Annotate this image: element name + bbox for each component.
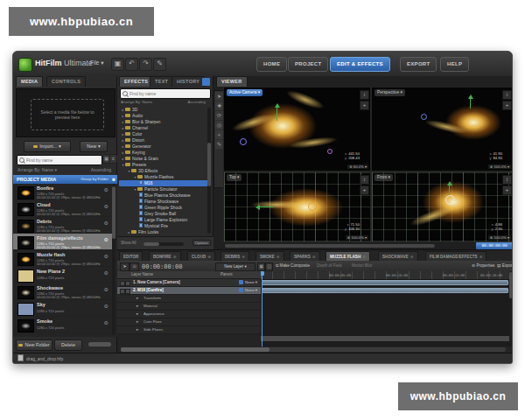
- tool-icon-a[interactable]: ▦: [257, 262, 265, 271]
- effects-tree-item[interactable]: ▸Channel: [119, 125, 210, 131]
- nav-project-button[interactable]: PROJECT: [288, 57, 328, 72]
- y-axis-arrow[interactable]: [470, 98, 471, 108]
- effects-tree-item[interactable]: ▸Distort: [119, 137, 210, 144]
- layer-property-transform[interactable]: ▸Transform: [117, 295, 261, 303]
- timeline-tracks[interactable]: 00:00:05:00 00:00:10:00 00:00:15:00 00:0…: [261, 271, 510, 346]
- save-icon[interactable]: ▣: [111, 58, 124, 71]
- fx-sort-dropdown[interactable]: Ascending: [187, 100, 206, 104]
- effects-options-button[interactable]: Options: [192, 240, 211, 246]
- m16-track-bar[interactable]: [262, 288, 508, 293]
- arrange-by-dropdown[interactable]: Arrange By: Name ▾: [18, 167, 57, 172]
- media-scrollbar[interactable]: [112, 185, 116, 335]
- panel-menu-icon[interactable]: ⊗: [112, 175, 116, 184]
- zoom-level-dropdown[interactable]: ⊕ 100.0% ▾: [346, 235, 368, 240]
- effects-tree-item[interactable]: Large Flame Explosion: [119, 217, 210, 223]
- view-selector-top[interactable]: Top ▾: [227, 174, 242, 181]
- media-hscrollbar[interactable]: [88, 342, 111, 346]
- tab-effects[interactable]: EFFECTS: [119, 76, 153, 87]
- tab-viewer[interactable]: VIEWER: [216, 76, 248, 87]
- record-icon[interactable]: ⊙: [130, 262, 139, 271]
- close-icon[interactable]: ⊗: [242, 255, 245, 259]
- effects-tree-item[interactable]: ▸Film Looks: [119, 229, 210, 234]
- layer-property-appearance[interactable]: ▸Appearance: [117, 311, 261, 318]
- gear-icon[interactable]: ⚙: [104, 220, 108, 226]
- nav-help-button[interactable]: HELP: [440, 57, 469, 72]
- effects-scrollbar[interactable]: [207, 108, 211, 234]
- y-axis-arrow[interactable]: [449, 185, 450, 195]
- close-icon[interactable]: ⊗: [312, 255, 316, 259]
- tool-icon-b[interactable]: ◫: [265, 262, 273, 271]
- layer-property-core-flare[interactable]: ▸Core Flare: [117, 318, 261, 326]
- timeline-ruler[interactable]: 00:00:05:00 00:00:10:00 00:00:15:00 00:0…: [261, 271, 510, 280]
- properties-button[interactable]: ⚙ Properties: [472, 263, 494, 268]
- effects-tree-item[interactable]: ▸3D: [119, 107, 210, 113]
- tab-history[interactable]: HISTORY: [172, 76, 205, 87]
- effects-tree-item[interactable]: ▸Generator: [119, 144, 210, 150]
- undo-icon[interactable]: ↶: [125, 58, 138, 71]
- gear-icon[interactable]: ⚙: [104, 319, 108, 326]
- new-folder-button[interactable]: New Folder: [16, 340, 52, 351]
- new-layer-button[interactable]: New Layer ▾: [215, 262, 256, 271]
- redo-icon[interactable]: ↷: [139, 58, 152, 71]
- effects-tree-item[interactable]: ▸Audio: [119, 113, 210, 119]
- y-axis-arrow[interactable]: [276, 107, 277, 121]
- viewport-perspective[interactable]: Perspective ▾ ↕ + x41.90 y84.90 ⊕ 100.0%…: [371, 87, 513, 172]
- layer-property-side-flares[interactable]: ▸Side Flares: [117, 326, 261, 334]
- layer-row-m16[interactable]: 2. M16 [Gunfire] None ▾: [117, 287, 261, 295]
- media-item-cloud[interactable]: Cloud 1280 x 720 pixels 00:00:10:00 @ 29…: [13, 200, 114, 217]
- view-selector-active-camera[interactable]: Active Camera ▾: [227, 89, 262, 96]
- select-tool-icon[interactable]: ➤: [120, 262, 130, 271]
- project-media-header[interactable]: PROJECT MEDIA Group by Folder ⊗: [13, 175, 117, 184]
- view-selector-front[interactable]: Front ▾: [374, 174, 393, 181]
- effects-tree-item[interactable]: ▾Presets: [119, 162, 210, 168]
- effects-tree-item[interactable]: ▾Particle Simulator: [119, 186, 210, 192]
- camera-track-bar[interactable]: [262, 280, 508, 285]
- gear-icon[interactable]: ⚙: [104, 203, 108, 209]
- gear-icon[interactable]: ⚙: [104, 186, 108, 192]
- close-icon[interactable]: ⊗: [207, 255, 211, 259]
- import-button[interactable]: Import... ▾: [24, 141, 71, 152]
- media-item-sky[interactable]: Sky 1280 x 720 pixels ⚙: [13, 300, 114, 317]
- gear-icon[interactable]: ⚙: [104, 303, 108, 309]
- nav-edit-effects-button[interactable]: EDIT & EFFECTS: [330, 57, 390, 72]
- close-icon[interactable]: ⊗: [480, 255, 483, 259]
- zoom-tool-icon[interactable]: ◎: [215, 121, 223, 130]
- list-view-icon[interactable]: ≡: [109, 154, 117, 164]
- zoom-in-icon[interactable]: +: [502, 101, 512, 110]
- effects-tree-item[interactable]: ▸Blur & Sharpen: [119, 119, 210, 125]
- playhead[interactable]: [262, 271, 262, 346]
- media-search[interactable]: [17, 155, 102, 165]
- media-item-film-damage[interactable]: Film damage/effects 1280 x 720 pixels 00…: [13, 234, 114, 250]
- effects-tree-item[interactable]: ▸Noise & Grain: [119, 156, 210, 162]
- tab-media[interactable]: MEDIA: [16, 76, 43, 87]
- media-item-debris[interactable]: Debris 1280 x 720 pixels 00:00:10:00 @ 2…: [13, 217, 114, 234]
- layer-row-camera[interactable]: 1. New Camera [Camera] None ▾: [117, 279, 261, 287]
- gear-icon[interactable]: ⚙: [104, 286, 108, 292]
- point-of-interest-handle[interactable]: [240, 138, 247, 145]
- effects-tree-item-m16[interactable]: M16: [119, 180, 210, 186]
- make-composite-button[interactable]: ⧉ Make Composite: [276, 263, 310, 268]
- layer-handle[interactable]: [445, 195, 455, 205]
- viewer-hscrollbar[interactable]: [225, 244, 435, 248]
- fit-view-icon[interactable]: ↕: [502, 175, 512, 185]
- zoom-in-icon[interactable]: +: [360, 101, 369, 110]
- media-item-new-plane[interactable]: New Plane 2 1280 x 720 pixels ⚙: [13, 267, 114, 284]
- nav-home-button[interactable]: HOME: [256, 57, 287, 72]
- fit-view-icon[interactable]: ↕: [502, 90, 512, 100]
- show-all-filter[interactable]: Show All: [121, 241, 136, 245]
- fx-arrange-dropdown[interactable]: Arrange By: Name: [121, 100, 152, 104]
- sort-order-dropdown[interactable]: Ascending: [91, 167, 111, 172]
- lock-toggle-icon[interactable]: [125, 289, 130, 294]
- edit-tool-icon[interactable]: ✎: [215, 140, 223, 149]
- viewport-top[interactable]: Top ▾ ↕ + x71.50 y106.30 ⊕ 100.0% ▾: [223, 172, 371, 242]
- pan-tool-icon[interactable]: ✚: [215, 102, 223, 110]
- parent-dropdown[interactable]: None ▾: [239, 288, 257, 292]
- media-item-shockwave[interactable]: Shockwave 1280 x 720 pixels 00:00:10:00 …: [13, 284, 114, 300]
- new-button[interactable]: New ▾: [80, 141, 108, 152]
- zoom-in-icon[interactable]: +: [502, 186, 512, 195]
- nav-export-button[interactable]: EXPORT: [400, 57, 437, 72]
- zoom-level-dropdown[interactable]: ⊕ 100.0% ▾: [488, 235, 511, 240]
- media-item-muzzle-flash[interactable]: Muzzle flash 1280 x 720 pixels 00:00:10:…: [13, 250, 114, 267]
- effects-tree-item[interactable]: Flame Shockwave: [119, 199, 210, 205]
- lock-toggle-icon[interactable]: [125, 281, 130, 286]
